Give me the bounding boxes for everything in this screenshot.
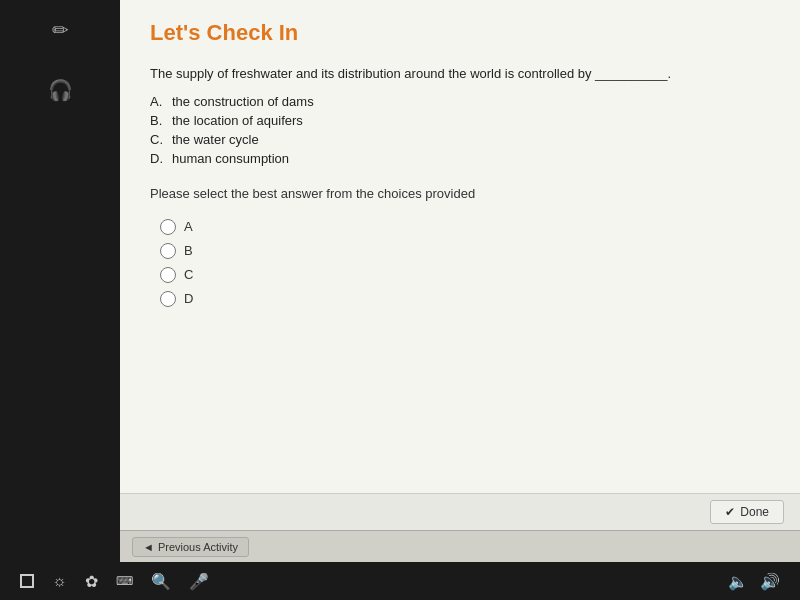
done-label: Done xyxy=(740,505,769,519)
radio-label-a: A xyxy=(184,219,193,234)
pencil-icon[interactable]: ✏ xyxy=(40,10,80,50)
radio-option-d[interactable]: D xyxy=(160,291,770,307)
choice-label-a: A. xyxy=(150,94,172,109)
taskbar-mic-icon[interactable]: 🎤 xyxy=(189,572,209,591)
taskbar-left: ☼ ✿ ⌨ 🔍 🎤 xyxy=(20,572,209,591)
choice-text-a: the construction of dams xyxy=(172,94,314,109)
list-item: D. human consumption xyxy=(150,151,770,166)
choice-text-c: the water cycle xyxy=(172,132,259,147)
prev-activity-label: Previous Activity xyxy=(158,541,238,553)
instruction-text: Please select the best answer from the c… xyxy=(150,186,770,201)
bottom-nav: ◄ Previous Activity xyxy=(120,530,800,562)
radio-option-b[interactable]: B xyxy=(160,243,770,259)
content-area: Let's Check In The supply of freshwater … xyxy=(120,0,800,493)
taskbar-brightness-high-icon[interactable]: ✿ xyxy=(85,572,98,591)
page-title: Let's Check In xyxy=(150,20,770,46)
taskbar: ☼ ✿ ⌨ 🔍 🎤 🔈 🔊 xyxy=(0,562,800,600)
taskbar-keyboard-icon[interactable]: ⌨ xyxy=(116,574,133,588)
taskbar-right: 🔈 🔊 xyxy=(728,572,780,591)
choices-list: A. the construction of dams B. the locat… xyxy=(150,94,770,166)
radio-input-a[interactable] xyxy=(160,219,176,235)
taskbar-square-icon[interactable] xyxy=(20,574,34,588)
choice-label-d: D. xyxy=(150,151,172,166)
radio-option-a[interactable]: A xyxy=(160,219,770,235)
done-button[interactable]: ✔ Done xyxy=(710,500,784,524)
radio-label-b: B xyxy=(184,243,193,258)
choice-label-c: C. xyxy=(150,132,172,147)
taskbar-volume-low-icon[interactable]: 🔈 xyxy=(728,572,748,591)
radio-option-c[interactable]: C xyxy=(160,267,770,283)
checkmark-icon: ✔ xyxy=(725,505,735,519)
choice-text-b: the location of aquifers xyxy=(172,113,303,128)
taskbar-brightness-low-icon[interactable]: ☼ xyxy=(52,572,67,590)
radio-input-b[interactable] xyxy=(160,243,176,259)
choice-text-d: human consumption xyxy=(172,151,289,166)
choice-label-b: B. xyxy=(150,113,172,128)
main-content: Let's Check In The supply of freshwater … xyxy=(120,0,800,562)
previous-activity-button[interactable]: ◄ Previous Activity xyxy=(132,537,249,557)
sidebar: ✏ 🎧 xyxy=(0,0,120,562)
screen-container: ✏ 🎧 Let's Check In The supply of freshwa… xyxy=(0,0,800,562)
question-text: The supply of freshwater and its distrib… xyxy=(150,64,770,84)
taskbar-search-icon[interactable]: 🔍 xyxy=(151,572,171,591)
content-bottom-bar: ✔ Done xyxy=(120,493,800,530)
headphones-icon[interactable]: 🎧 xyxy=(40,70,80,110)
radio-input-c[interactable] xyxy=(160,267,176,283)
list-item: C. the water cycle xyxy=(150,132,770,147)
list-item: B. the location of aquifers xyxy=(150,113,770,128)
radio-label-c: C xyxy=(184,267,193,282)
arrow-left-icon: ◄ xyxy=(143,541,154,553)
list-item: A. the construction of dams xyxy=(150,94,770,109)
radio-group: A B C D xyxy=(160,219,770,307)
taskbar-volume-high-icon[interactable]: 🔊 xyxy=(760,572,780,591)
radio-label-d: D xyxy=(184,291,193,306)
radio-input-d[interactable] xyxy=(160,291,176,307)
